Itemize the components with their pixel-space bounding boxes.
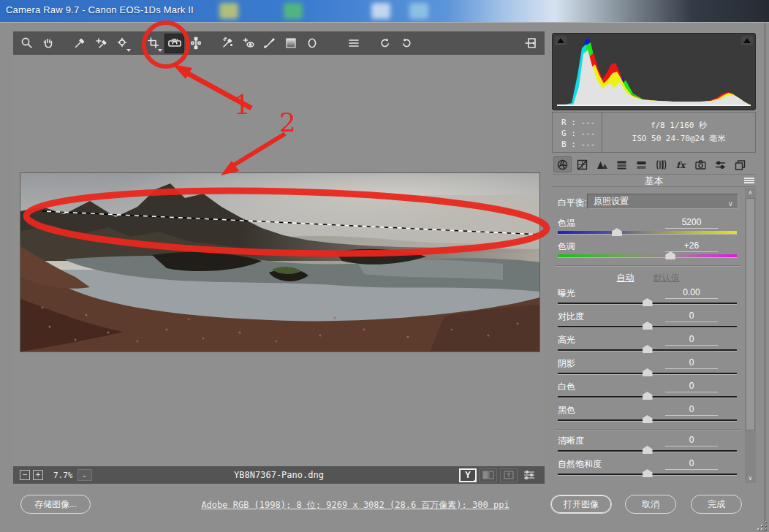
tab-presets[interactable] — [711, 156, 730, 172]
swap-before-after-button[interactable] — [500, 468, 518, 482]
slider-value-field[interactable]: 0 — [665, 357, 718, 369]
auto-link[interactable]: 自动 — [617, 272, 634, 284]
red-eye-tool-icon[interactable] — [238, 34, 258, 53]
menu-list-icon[interactable] — [344, 34, 363, 53]
adjustment-brush-tool-icon[interactable] — [260, 34, 279, 53]
zoom-tool-icon[interactable] — [17, 34, 37, 53]
toggle-fullscreen-icon[interactable] — [521, 34, 541, 53]
r-value: --- — [581, 118, 596, 127]
zoom-in-button[interactable]: + — [33, 470, 43, 480]
default-link[interactable]: 默认值 — [654, 272, 680, 284]
scroll-down-icon[interactable]: ∨ — [745, 474, 756, 483]
straighten-tool-icon[interactable] — [164, 34, 184, 53]
slider-track[interactable] — [558, 373, 737, 375]
tool-caret — [126, 49, 131, 52]
slider-value-field[interactable]: 0 — [665, 458, 718, 470]
histogram-chart — [553, 34, 755, 110]
crop-tool-icon[interactable] — [143, 34, 163, 53]
slider-track[interactable] — [558, 303, 737, 305]
tab-split-toning[interactable] — [632, 156, 651, 172]
rotate-right-icon[interactable] — [396, 34, 416, 53]
slider-value-field[interactable]: 0 — [665, 334, 718, 346]
slider-value-field[interactable]: 0.00 — [665, 287, 718, 299]
slider-thumb[interactable] — [643, 368, 653, 376]
white-balance-row: 白平衡: 原照设置 ∨ — [552, 194, 744, 216]
slider-value-field[interactable]: 0 — [665, 435, 718, 446]
panel-menu-icon[interactable] — [744, 177, 754, 186]
slider-vibrance: 自然饱和度 0 — [558, 457, 738, 480]
slider-value-field[interactable]: +26 — [665, 240, 718, 252]
slider-exposure: 曝光 0.00 — [558, 286, 738, 309]
photo-canvas[interactable] — [20, 173, 539, 352]
scrollbar-thumb[interactable] — [746, 198, 755, 430]
slider-thumb[interactable] — [665, 251, 675, 259]
resize-grip[interactable] — [757, 521, 766, 530]
slider-label: 黑色 — [558, 404, 575, 417]
tab-basic[interactable] — [553, 156, 572, 172]
color-sampler-tool-icon[interactable] — [91, 34, 110, 53]
panel-scrollbar[interactable]: ∧ ∨ — [745, 188, 756, 483]
scroll-up-icon[interactable]: ∧ — [745, 188, 756, 197]
rotate-left-icon[interactable] — [375, 34, 395, 53]
slider-value-field[interactable]: 5200 — [665, 217, 718, 229]
slider-track[interactable] — [558, 474, 737, 476]
shadow-clipping-warning-icon[interactable] — [555, 36, 567, 45]
slider-thumb[interactable] — [643, 469, 653, 477]
preview-settings-icon[interactable] — [521, 468, 537, 482]
slider-label: 高光 — [558, 334, 575, 346]
slider-thumb[interactable] — [612, 228, 622, 236]
before-after-split-button[interactable] — [480, 468, 497, 482]
image-info-box: R : --- G : --- B : --- f/8 1/160 秒 ISO … — [552, 112, 756, 153]
slider-track[interactable] — [558, 450, 737, 452]
tab-detail[interactable] — [593, 156, 611, 172]
cancel-button[interactable]: 取消 — [625, 495, 676, 514]
slider-thumb[interactable] — [643, 446, 653, 454]
hand-tool-icon[interactable] — [38, 34, 58, 53]
slider-value-field[interactable]: 0 — [665, 381, 718, 392]
slider-thumb[interactable] — [643, 345, 653, 353]
tab-tone-curve[interactable] — [573, 156, 591, 172]
slider-track[interactable] — [558, 419, 737, 422]
done-button[interactable]: 完成 — [691, 495, 742, 514]
zoom-out-button[interactable]: − — [20, 470, 30, 480]
slider-track[interactable] — [558, 231, 737, 235]
open-image-button[interactable]: 打开图像 — [550, 495, 612, 514]
tab-snapshots[interactable] — [731, 156, 749, 172]
graduated-filter-tool-icon[interactable] — [281, 34, 300, 53]
histogram-panel — [552, 33, 756, 110]
slider-label: 对比度 — [558, 311, 584, 323]
zoom-level-dropdown[interactable]: ⌄ — [77, 469, 92, 481]
slider-thumb[interactable] — [643, 298, 653, 306]
slider-thumb[interactable] — [643, 415, 653, 423]
transform-tool-icon[interactable] — [186, 34, 205, 53]
slider-thumb[interactable] — [643, 392, 653, 400]
highlight-clipping-warning-icon[interactable] — [741, 36, 753, 45]
desktop-titlebar: Camera Raw 9.7 - Canon EOS-1Ds Mark II — [0, 0, 769, 22]
slider-shadows: 阴影 0 — [558, 356, 738, 379]
zoom-level-value[interactable]: 7.7% — [53, 471, 73, 480]
spot-removal-tool-icon[interactable] — [217, 34, 237, 53]
slider-track[interactable] — [558, 326, 737, 328]
preview-mode-y-button[interactable]: Y — [459, 468, 477, 482]
g-value: --- — [581, 129, 596, 138]
targeted-adjustment-tool-icon[interactable] — [112, 34, 132, 53]
save-image-button[interactable]: 存储图像... — [20, 495, 91, 514]
slider-value-field[interactable]: 0 — [665, 311, 718, 322]
slider-track[interactable] — [558, 254, 737, 258]
white-balance-select[interactable]: 原照设置 ∨ — [587, 194, 738, 209]
camera-raw-dialog: − + 7.7% ⌄ YB8N7367-Pano.dng Y — [0, 22, 769, 532]
radial-filter-tool-icon[interactable] — [302, 34, 322, 53]
slider-track[interactable] — [558, 349, 737, 352]
tab-effects[interactable]: fx — [672, 156, 690, 172]
slider-track[interactable] — [558, 396, 737, 398]
exposure-readout: f/8 1/160 秒 ISO 50 24-70@24 毫米 — [602, 113, 755, 152]
tab-lens-corrections[interactable] — [652, 156, 670, 172]
slider-value-field[interactable]: 0 — [665, 404, 718, 416]
workflow-options-link[interactable]: Adobe RGB (1998); 8 位; 9269 x 3082 (28.6… — [175, 499, 535, 512]
tab-hsl-grayscale[interactable] — [613, 156, 631, 172]
slider-tint: 色调 +26 — [558, 239, 738, 262]
slider-thumb[interactable] — [643, 322, 653, 330]
tab-camera-calibration[interactable] — [692, 156, 710, 172]
white-balance-tool-icon[interactable] — [69, 34, 89, 53]
auto-default-row: 自动 默认值 — [552, 270, 744, 286]
